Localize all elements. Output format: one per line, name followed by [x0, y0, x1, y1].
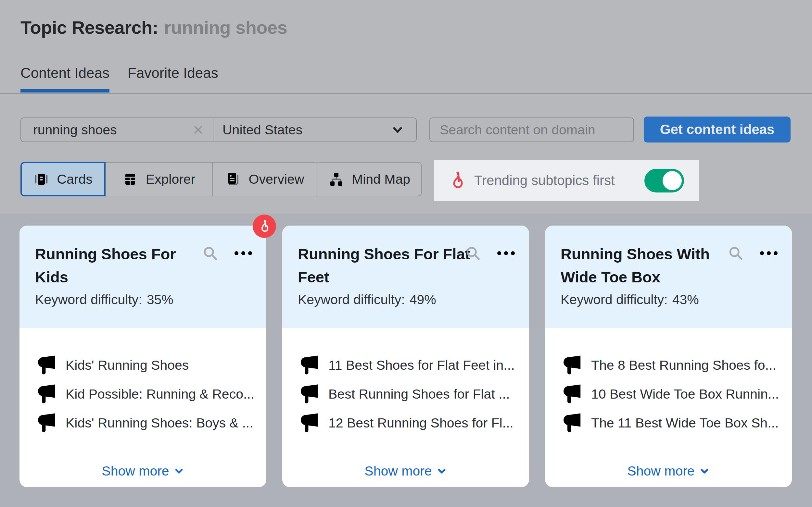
list-item[interactable]: 11 Best Shoes for Flat Feet in... [300, 356, 517, 374]
header-divider [0, 93, 812, 94]
card-header: Running Shoes For Flat Feet Keyword diff… [282, 226, 529, 328]
more-options-icon[interactable] [497, 250, 515, 256]
megaphone-icon [300, 355, 319, 375]
view-switcher: Cards Explorer Overview Mind Map [20, 162, 422, 196]
view-option-overview-label: Overview [249, 172, 304, 187]
keyword-difficulty-label: Keyword difficulty: [561, 292, 668, 307]
keyword-difficulty-value: 49% [410, 292, 436, 307]
tab-favorite-ideas-label: Favorite Ideas [128, 65, 218, 81]
trending-badge [253, 215, 276, 238]
trending-subtopics-panel: Trending subtopics first [434, 160, 699, 201]
megaphone-icon [300, 384, 319, 404]
topic-query-input[interactable]: running shoes [21, 118, 213, 142]
megaphone-icon [563, 384, 581, 404]
tab-content-ideas[interactable]: Content Ideas [20, 65, 109, 93]
flame-icon [258, 219, 270, 233]
cards-icon [34, 171, 49, 187]
trending-subtopics-toggle[interactable] [645, 169, 684, 192]
view-option-overview[interactable]: Overview [213, 163, 317, 196]
show-more-button[interactable]: Show more [19, 463, 266, 479]
show-more-button[interactable]: Show more [282, 463, 529, 479]
list-item[interactable]: 10 Best Wide Toe Box Runnin... [563, 385, 780, 403]
keyword-difficulty-label: Keyword difficulty: [35, 292, 142, 307]
flame-icon [449, 171, 466, 190]
idea-title: The 11 Best Wide Toe Box Sh... [591, 415, 778, 431]
chevron-down-icon [391, 123, 404, 137]
more-options-icon[interactable] [759, 250, 778, 256]
keyword-difficulty: Keyword difficulty: 35% [35, 292, 173, 307]
clear-query-icon[interactable] [193, 124, 204, 135]
idea-title: Kid Possible: Running & Reco... [66, 387, 254, 402]
topic-query-value: running shoes [33, 122, 193, 137]
keyword-difficulty: Keyword difficulty: 43% [561, 292, 699, 307]
toggle-knob [663, 171, 682, 190]
more-options-icon[interactable] [234, 250, 253, 256]
idea-title: 12 Best Running Shoes for Fl... [328, 415, 513, 431]
megaphone-icon [563, 413, 581, 433]
domain-search-input[interactable]: Search content on domain [429, 117, 634, 142]
country-select[interactable]: United States [213, 118, 416, 142]
list-item[interactable]: The 8 Best Running Shoes fo... [563, 356, 780, 374]
chevron-down-icon [699, 466, 710, 476]
megaphone-icon [38, 384, 56, 404]
chevron-down-icon [437, 466, 447, 476]
view-option-explorer[interactable]: Explorer [106, 163, 213, 196]
tab-content-ideas-label: Content Ideas [20, 65, 109, 81]
get-content-ideas-label: Get content ideas [660, 122, 774, 137]
card-header: Running Shoes With Wide Toe Box Keyword … [545, 226, 792, 328]
report-icon [225, 171, 241, 187]
topic-card-running-shoes-for-flat-feet: Running Shoes For Flat Feet Keyword diff… [282, 226, 529, 487]
topic-card-running-shoes-for-kids: Running Shoes For Kids Keyword difficult… [19, 226, 266, 487]
idea-title: 11 Best Shoes for Flat Feet in... [328, 358, 515, 373]
idea-title: 10 Best Wide Toe Box Runnin... [591, 387, 779, 402]
tab-bar: Content Ideas Favorite Ideas [20, 65, 218, 93]
tab-favorite-ideas[interactable]: Favorite Ideas [128, 65, 218, 93]
card-title: Running Shoes For Kids [35, 242, 210, 289]
list-item[interactable]: Best Running Shoes for Flat ... [300, 385, 517, 403]
page-title-prefix: Topic Research: [20, 17, 158, 38]
list-item[interactable]: Kids' Running Shoes [38, 356, 255, 374]
keyword-difficulty-value: 35% [147, 292, 173, 307]
list-item[interactable]: 12 Best Running Shoes for Fl... [300, 414, 517, 432]
chevron-down-icon [174, 466, 184, 476]
domain-search-placeholder: Search content on domain [440, 122, 595, 137]
keyword-difficulty: Keyword difficulty: 49% [298, 292, 436, 307]
show-more-label: Show more [627, 463, 695, 479]
megaphone-icon [38, 413, 56, 433]
view-option-mind-map[interactable]: Mind Map [317, 163, 421, 196]
country-value: United States [222, 122, 302, 137]
list-item[interactable]: Kid Possible: Running & Reco... [38, 385, 255, 403]
list-item[interactable]: The 11 Best Wide Toe Box Sh... [563, 414, 780, 432]
card-actions [203, 246, 253, 261]
show-more-label: Show more [364, 463, 432, 479]
card-idea-list: The 8 Best Running Shoes fo... 10 Best W… [545, 328, 792, 432]
card-actions [465, 246, 515, 261]
sitemap-icon [328, 171, 344, 187]
page-title-query: running shoes [164, 17, 287, 38]
topic-search-combo: running shoes United States [20, 117, 417, 142]
search-icon[interactable] [465, 246, 480, 261]
idea-title: Best Running Shoes for Flat ... [328, 387, 510, 402]
idea-title: Kids' Running Shoes: Boys & ... [66, 415, 253, 431]
show-more-label: Show more [102, 463, 169, 479]
show-more-button[interactable]: Show more [545, 463, 792, 479]
keyword-difficulty-label: Keyword difficulty: [298, 292, 405, 307]
view-option-cards[interactable]: Cards [21, 163, 106, 196]
view-option-explorer-label: Explorer [146, 172, 196, 187]
megaphone-icon [563, 355, 581, 375]
megaphone-icon [300, 413, 319, 433]
megaphone-icon [38, 355, 56, 375]
list-item[interactable]: Kids' Running Shoes: Boys & ... [38, 414, 255, 432]
idea-title: Kids' Running Shoes [66, 358, 189, 373]
view-option-mind-map-label: Mind Map [352, 172, 410, 187]
get-content-ideas-button[interactable]: Get content ideas [644, 117, 791, 143]
card-idea-list: Kids' Running Shoes Kid Possible: Runnin… [19, 328, 266, 432]
topic-card-running-shoes-with-wide-toe-box: Running Shoes With Wide Toe Box Keyword … [545, 226, 792, 487]
card-actions [728, 246, 778, 261]
trending-subtopics-label: Trending subtopics first [474, 173, 615, 188]
card-title: Running Shoes With Wide Toe Box [561, 242, 736, 289]
page-title: Topic Research: running shoes [20, 17, 287, 38]
search-icon[interactable] [203, 246, 218, 261]
keyword-difficulty-value: 43% [672, 292, 699, 307]
search-icon[interactable] [728, 246, 743, 261]
